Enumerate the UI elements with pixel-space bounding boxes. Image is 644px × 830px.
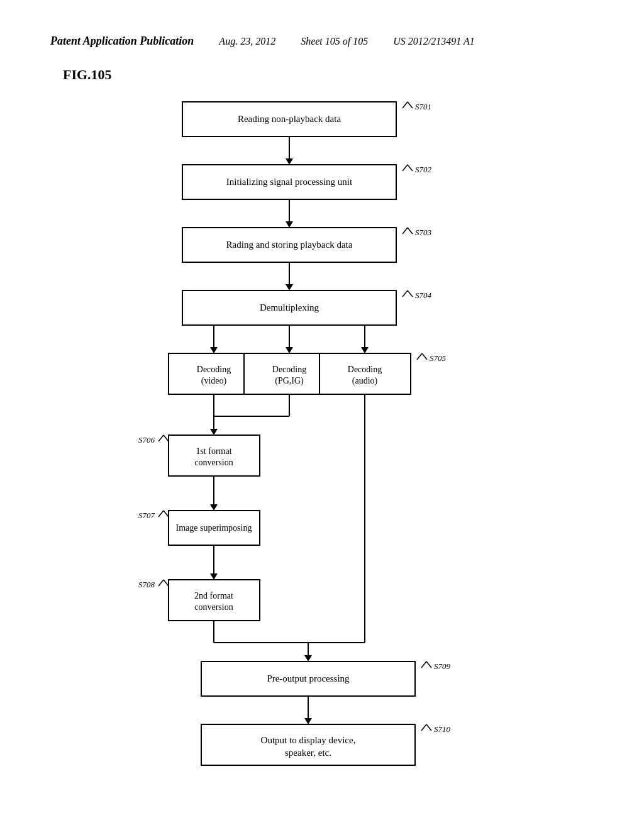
- svg-text:S704: S704: [415, 290, 432, 300]
- svg-text:S710: S710: [434, 724, 451, 734]
- svg-text:conversion: conversion: [194, 602, 233, 612]
- svg-line-77: [426, 661, 431, 668]
- svg-line-62: [164, 580, 169, 586]
- svg-text:Demultiplexing: Demultiplexing: [260, 302, 319, 313]
- diagram-area: FIG.105 Reading non-playback data S701 I…: [0, 60, 644, 830]
- svg-line-84: [421, 724, 426, 731]
- svg-text:Initializing signal processing: Initializing signal processing unit: [226, 177, 353, 187]
- svg-marker-61: [210, 573, 218, 580]
- svg-text:Decoding: Decoding: [197, 365, 231, 374]
- svg-line-55: [164, 511, 169, 517]
- svg-line-56: [158, 511, 164, 517]
- flowchart-svg: Reading non-playback data S701 Initializ…: [75, 96, 503, 806]
- svg-line-23: [402, 290, 408, 297]
- svg-marker-20: [286, 284, 293, 290]
- svg-marker-71: [304, 655, 312, 661]
- svg-text:S702: S702: [415, 165, 432, 174]
- svg-line-24: [408, 290, 413, 297]
- svg-text:Reading non-playback data: Reading non-playback data: [238, 114, 341, 124]
- svg-text:Output to display device,: Output to display device,: [261, 735, 356, 745]
- svg-marker-80: [304, 718, 312, 724]
- svg-text:Rading and storing playback da: Rading and storing playback data: [226, 240, 353, 250]
- svg-marker-54: [210, 504, 218, 511]
- svg-text:2nd format: 2nd format: [194, 591, 233, 600]
- svg-text:(audio): (audio): [352, 376, 378, 386]
- svg-marker-13: [286, 221, 293, 228]
- svg-line-3: [408, 102, 413, 108]
- svg-line-47: [164, 435, 169, 441]
- figure-label: FIG.105: [63, 67, 606, 83]
- svg-text:Image superimposing: Image superimposing: [176, 523, 252, 533]
- header-date: Aug. 23, 2012: [219, 36, 275, 47]
- svg-text:S705: S705: [430, 353, 447, 363]
- svg-line-76: [421, 661, 426, 668]
- header-patent: US 2012/213491 A1: [393, 36, 474, 47]
- svg-marker-30: [286, 347, 293, 353]
- svg-line-16: [402, 228, 408, 234]
- header-sheet: Sheet 105 of 105: [301, 36, 368, 47]
- svg-text:Decoding: Decoding: [272, 365, 306, 374]
- svg-marker-28: [210, 347, 218, 353]
- svg-line-9: [402, 165, 408, 171]
- svg-text:(video): (video): [201, 376, 227, 386]
- page-header: Patent Application Publication Aug. 23, …: [0, 0, 644, 60]
- svg-text:S707: S707: [138, 511, 155, 520]
- svg-text:speaker, etc.: speaker, etc.: [285, 748, 331, 758]
- svg-text:Pre-output processing: Pre-output processing: [267, 673, 350, 683]
- svg-line-63: [158, 580, 164, 586]
- svg-marker-6: [286, 158, 293, 165]
- svg-line-17: [408, 228, 413, 234]
- svg-text:Decoding: Decoding: [348, 365, 382, 374]
- svg-marker-32: [361, 347, 369, 353]
- svg-text:S701: S701: [415, 102, 431, 111]
- svg-line-10: [408, 165, 413, 171]
- svg-text:S708: S708: [138, 580, 155, 589]
- svg-line-43: [422, 353, 427, 360]
- svg-line-85: [426, 724, 431, 731]
- svg-text:1st format: 1st format: [196, 446, 231, 456]
- svg-text:S706: S706: [138, 435, 155, 445]
- svg-text:conversion: conversion: [194, 458, 233, 467]
- svg-text:(PG,IG): (PG,IG): [275, 376, 304, 386]
- svg-text:S703: S703: [415, 228, 432, 237]
- svg-line-42: [417, 353, 422, 360]
- svg-text:S709: S709: [434, 661, 451, 671]
- svg-line-48: [158, 435, 164, 441]
- svg-line-2: [402, 102, 408, 108]
- page: Patent Application Publication Aug. 23, …: [0, 0, 644, 830]
- publication-label: Patent Application Publication: [50, 35, 194, 48]
